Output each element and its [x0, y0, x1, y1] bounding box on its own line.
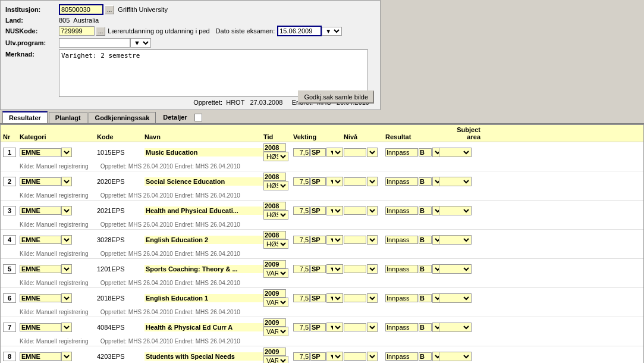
niva-dropdown[interactable]: ▼	[367, 148, 378, 157]
subject-dropdown[interactable]	[439, 235, 472, 245]
vekting-type-input[interactable]	[310, 265, 326, 273]
niva-input[interactable]	[344, 177, 366, 186]
kategori-dropdown[interactable]: ▼	[61, 264, 72, 274]
nuscode-input[interactable]	[59, 26, 95, 36]
vekting-type-dropdown[interactable]: ▼	[326, 264, 343, 274]
resultat-input[interactable]	[385, 206, 418, 215]
vekting-type-dropdown[interactable]: ▼	[326, 352, 343, 361]
kategori-input[interactable]	[20, 177, 61, 186]
niva-input[interactable]	[344, 265, 366, 273]
subject-dropdown[interactable]	[439, 148, 472, 157]
grade-input[interactable]	[419, 265, 432, 273]
vekting-input[interactable]	[293, 206, 310, 215]
resultat-input[interactable]	[385, 265, 418, 273]
vekting-type-dropdown[interactable]: ▼	[326, 177, 343, 186]
niva-dropdown[interactable]: ▼	[367, 293, 378, 303]
tid-year-input[interactable]	[263, 260, 286, 268]
subject-dropdown[interactable]	[439, 323, 472, 332]
merknad-textarea[interactable]: Varighet: 2 semestre	[59, 49, 368, 97]
vekting-type-input[interactable]	[310, 177, 326, 186]
kategori-dropdown[interactable]: ▼	[61, 235, 72, 245]
kategori-dropdown[interactable]: ▼	[61, 293, 72, 303]
vekting-input[interactable]	[293, 148, 310, 157]
subject-dropdown[interactable]	[439, 206, 472, 215]
vekting-type-input[interactable]	[310, 294, 326, 302]
resultat-input[interactable]	[385, 236, 418, 244]
vekting-type-dropdown[interactable]: ▼	[326, 293, 343, 303]
kategori-input[interactable]	[20, 294, 61, 302]
tid-sem-select[interactable]: HØSTVARVÅRSOM	[263, 210, 288, 220]
niva-input[interactable]	[344, 352, 366, 361]
grade-input[interactable]	[419, 206, 432, 215]
niva-input[interactable]	[344, 236, 366, 244]
vekting-input[interactable]	[293, 294, 310, 302]
utvprogram-dropdown[interactable]: ▼	[130, 38, 151, 48]
niva-input[interactable]	[344, 148, 366, 157]
kategori-dropdown[interactable]: ▼	[61, 206, 72, 215]
tid-sem-select[interactable]: HØSTVARVÅRSOM	[263, 356, 288, 363]
vekting-input[interactable]	[293, 352, 310, 361]
resultat-input[interactable]	[385, 294, 418, 302]
subject-dropdown[interactable]	[439, 293, 472, 303]
godkj-sak-btn[interactable]: Godkj.sak samle bilde	[298, 90, 374, 104]
tid-year-input[interactable]	[263, 202, 286, 210]
institusjon-code-input[interactable]	[59, 4, 103, 15]
niva-input[interactable]	[344, 206, 366, 215]
tid-sem-select[interactable]: HØSTVARVÅRSOM	[263, 327, 288, 336]
vekting-input[interactable]	[293, 177, 310, 186]
subject-dropdown[interactable]	[439, 177, 472, 186]
niva-dropdown[interactable]: ▼	[367, 206, 378, 215]
tid-year-input[interactable]	[263, 348, 286, 356]
kategori-dropdown[interactable]: ▼	[61, 148, 72, 157]
vekting-input[interactable]	[293, 265, 310, 273]
vekting-type-input[interactable]	[310, 323, 326, 331]
vekting-type-dropdown[interactable]: ▼	[326, 235, 343, 245]
kategori-input[interactable]	[20, 236, 61, 244]
niva-input[interactable]	[344, 294, 366, 302]
vekting-type-input[interactable]	[310, 206, 326, 215]
grade-input[interactable]	[419, 352, 432, 361]
institusjon-browse-btn[interactable]: ...	[105, 5, 114, 14]
kategori-input[interactable]	[20, 148, 61, 157]
niva-dropdown[interactable]: ▼	[367, 177, 378, 186]
vekting-input[interactable]	[293, 323, 310, 331]
grade-input[interactable]	[419, 177, 432, 186]
resultat-input[interactable]	[385, 352, 418, 361]
dato-dropdown[interactable]: ▼	[322, 27, 342, 36]
kategori-dropdown[interactable]: ▼	[61, 323, 72, 332]
vekting-type-dropdown[interactable]: ▼	[326, 323, 343, 332]
grade-input[interactable]	[419, 323, 432, 331]
resultat-input[interactable]	[385, 148, 418, 157]
vekting-type-input[interactable]	[310, 148, 326, 157]
niva-dropdown[interactable]: ▼	[367, 323, 378, 332]
kategori-input[interactable]	[20, 265, 61, 273]
grade-input[interactable]	[419, 236, 432, 244]
tab-planlagt[interactable]: Planlagt	[49, 112, 87, 123]
subject-dropdown[interactable]	[439, 352, 472, 361]
tid-sem-select[interactable]: HØSTVARVÅRSOM	[263, 152, 288, 161]
niva-dropdown[interactable]: ▼	[367, 235, 378, 245]
kategori-input[interactable]	[20, 206, 61, 215]
kategori-dropdown[interactable]: ▼	[61, 177, 72, 186]
tid-year-input[interactable]	[263, 143, 286, 152]
tab-resultater[interactable]: Resultater	[2, 111, 48, 123]
vekting-type-input[interactable]	[310, 352, 326, 361]
tid-year-input[interactable]	[263, 173, 286, 181]
vekting-type-dropdown[interactable]: ▼	[326, 148, 343, 157]
resultat-input[interactable]	[385, 177, 418, 186]
niva-dropdown[interactable]: ▼	[367, 264, 378, 274]
tid-sem-select[interactable]: HØSTVARVÅRSOM	[263, 239, 288, 249]
tid-sem-select[interactable]: HØSTVARVÅRSOM	[263, 181, 288, 190]
dato-input[interactable]	[277, 26, 322, 36]
kategori-dropdown[interactable]: ▼	[61, 352, 72, 361]
resultat-input[interactable]	[385, 323, 418, 331]
tid-year-input[interactable]	[263, 289, 286, 298]
utvprogram-input[interactable]	[59, 38, 130, 48]
tab-godkjenningssak[interactable]: Godkjenningssak	[89, 112, 156, 123]
vekting-input[interactable]	[293, 236, 310, 244]
tid-year-input[interactable]	[263, 231, 286, 239]
subject-dropdown[interactable]	[439, 264, 472, 274]
vekting-type-input[interactable]	[310, 236, 326, 244]
kategori-input[interactable]	[20, 352, 61, 361]
grade-input[interactable]	[419, 148, 432, 157]
